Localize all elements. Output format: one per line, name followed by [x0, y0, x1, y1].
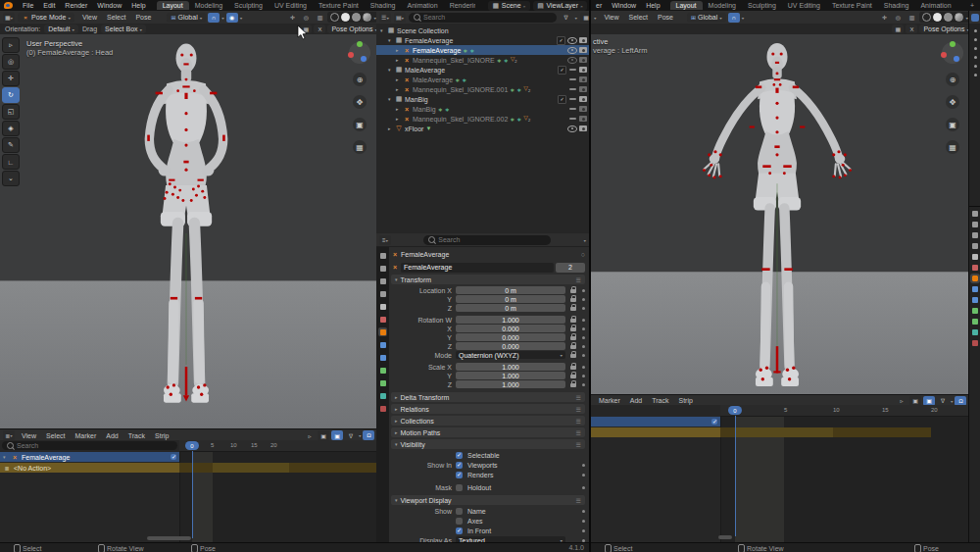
visibility-eye-closed-icon[interactable] [569, 88, 576, 90]
nla-track-action[interactable] [591, 427, 720, 437]
lock-icon[interactable] [570, 383, 576, 387]
menu-view[interactable]: View [77, 12, 102, 23]
outliner-row[interactable]: ▾▦Scene Collection [376, 25, 589, 35]
shading-wireframe-icon[interactable] [922, 13, 931, 22]
value-field[interactable]: 1.000 [456, 372, 565, 379]
nla-editor-left[interactable]: Search ▾× FemaleAverage ≣ <No Action> 05… [0, 440, 376, 542]
outliner-row[interactable]: ▸×FemaleAverage∗∗ [376, 45, 589, 55]
properties-search[interactable]: Search [423, 235, 551, 245]
shading-material-icon[interactable] [352, 13, 361, 22]
editor-type-icon[interactable]: ≡▾ [379, 235, 391, 245]
navigation-gizmo[interactable] [349, 42, 370, 64]
nla-track-selected[interactable] [591, 417, 720, 427]
mannequin-figure-front[interactable] [120, 38, 253, 427]
visibility-dot-icon[interactable] [974, 56, 977, 59]
animate-dot[interactable] [582, 345, 585, 348]
shading-rendered-icon[interactable] [363, 13, 371, 22]
navigation-gizmo[interactable] [942, 42, 963, 64]
workspace-tab-uv-editing[interactable]: UV Editing [782, 1, 826, 10]
overlapping-strips-icon[interactable]: ▣ [331, 430, 343, 440]
workspace-tab-shading[interactable]: Shading [365, 1, 402, 10]
lock-icon[interactable] [570, 366, 576, 370]
render-camera-icon[interactable] [579, 57, 587, 63]
shading-wireframe-icon[interactable] [330, 13, 339, 22]
show-overlays-icon[interactable]: ◎ [300, 13, 312, 23]
workspace-tab-texture-paint[interactable]: Texture Paint [826, 1, 878, 10]
horizontal-scrollbar[interactable] [718, 535, 732, 539]
panel-menu-icon[interactable]: ☰ [576, 394, 581, 401]
pin-icon[interactable]: ○ [581, 251, 585, 258]
properties-tab-constraints[interactable] [378, 378, 387, 387]
panel-header-collections[interactable]: ▸Collections☰ [391, 416, 585, 426]
expand-arrow-icon[interactable]: ▸ [396, 76, 401, 82]
outliner-search[interactable]: Search [409, 13, 557, 23]
options-icon[interactable]: ▾ [583, 237, 586, 242]
exclude-checkbox[interactable]: ✓ [558, 66, 566, 75]
workspace-tab-layout[interactable]: Layout [670, 1, 703, 10]
scale-tool[interactable]: ◱ [2, 104, 20, 120]
panel-menu-icon[interactable]: ☰ [576, 429, 581, 436]
layered-icon[interactable]: ▣ [318, 430, 329, 440]
render-camera-icon[interactable] [579, 86, 587, 92]
menu-add[interactable]: Add [101, 430, 122, 441]
menu-window[interactable]: Window [92, 0, 126, 11]
name-checkbox[interactable] [456, 508, 463, 515]
outliner-row[interactable]: ▸×MaleAverage∗∗ [376, 75, 589, 84]
render-camera-icon[interactable] [579, 47, 587, 53]
move-tool[interactable]: ✛ [2, 71, 20, 86]
perspective-toggle-icon[interactable]: ▦ [946, 140, 959, 154]
menu-view[interactable]: View [600, 12, 624, 23]
editor-type-icon[interactable]: ▦▾ [3, 13, 15, 23]
animate-dot[interactable] [582, 354, 585, 357]
menu-view[interactable]: View [17, 430, 41, 441]
visibility-eye-icon[interactable] [567, 57, 577, 64]
viewports-checkbox[interactable] [456, 462, 463, 469]
panel-header-delta-transform[interactable]: ▸Delta Transform☰ [391, 392, 585, 402]
breakdowner-tool[interactable]: ⌄ [2, 171, 20, 186]
workspace-tab-modeling[interactable]: Modeling [189, 1, 228, 10]
snapping-icon[interactable]: Ω [363, 430, 374, 440]
render-camera-icon[interactable] [579, 37, 587, 43]
pan-icon[interactable]: ✥ [353, 95, 367, 109]
visibility-eye-closed-icon[interactable] [569, 118, 576, 120]
panel-header-relations[interactable]: ▸Relations☰ [391, 404, 585, 414]
workspace-tab-animation[interactable]: Animation [402, 1, 444, 10]
render-camera-icon[interactable] [579, 106, 587, 112]
properties-tab-object[interactable] [378, 327, 387, 336]
cursor-select-icon[interactable]: ▹ [896, 396, 907, 406]
lock-icon[interactable] [570, 298, 576, 302]
close-icon[interactable]: × [580, 3, 583, 8]
lock-icon[interactable] [570, 336, 576, 340]
viewport-display-panel-header[interactable]: ▾Viewport Display☰ [391, 495, 585, 505]
menu-pose[interactable]: Pose [130, 12, 156, 23]
select-box-tool[interactable]: ▹ [2, 37, 20, 53]
menu-render[interactable]: Render [60, 0, 92, 11]
value-field[interactable]: 1.000 [456, 363, 565, 371]
properties-tab-constraints[interactable] [972, 319, 978, 325]
display-mode-icon[interactable]: ▤▾ [394, 13, 406, 23]
render-camera-icon[interactable] [579, 116, 587, 122]
cursor-tool[interactable]: ◎ [2, 54, 20, 70]
camera-view-icon[interactable]: ▣ [353, 118, 367, 131]
properties-tab-world[interactable] [378, 315, 387, 324]
value-field[interactable]: 0 m [456, 286, 565, 294]
editor-type-icon[interactable]: ≣▾ [3, 430, 15, 440]
pose-options-dropdown[interactable]: Pose Options▾ [919, 25, 973, 33]
outliner-row[interactable]: ▾▦MaleAverage✓ [376, 65, 589, 75]
annotate-tool[interactable]: ✎ [2, 137, 20, 153]
animate-dot[interactable] [582, 319, 585, 322]
lock-icon[interactable] [570, 319, 576, 323]
animate-dot[interactable] [582, 327, 585, 330]
expand-arrow-icon[interactable]: ▸ [396, 86, 401, 92]
pan-icon[interactable]: ✥ [946, 95, 959, 109]
visibility-dot-icon[interactable] [974, 38, 977, 41]
value-field[interactable]: 1.000 [456, 380, 565, 388]
lock-icon[interactable] [570, 354, 576, 358]
visibility-eye-closed-icon[interactable] [569, 69, 576, 71]
track-checkbox[interactable] [711, 419, 717, 425]
outliner-row[interactable]: ▸×Mannequin_Skel_IGNORE.001∗∗▽2 [376, 84, 589, 94]
filter-icon[interactable]: ∇ [937, 396, 949, 406]
expand-arrow-icon[interactable]: ▸ [396, 57, 401, 63]
properties-tab-scene[interactable] [972, 254, 978, 260]
animate-dot[interactable] [582, 383, 585, 386]
